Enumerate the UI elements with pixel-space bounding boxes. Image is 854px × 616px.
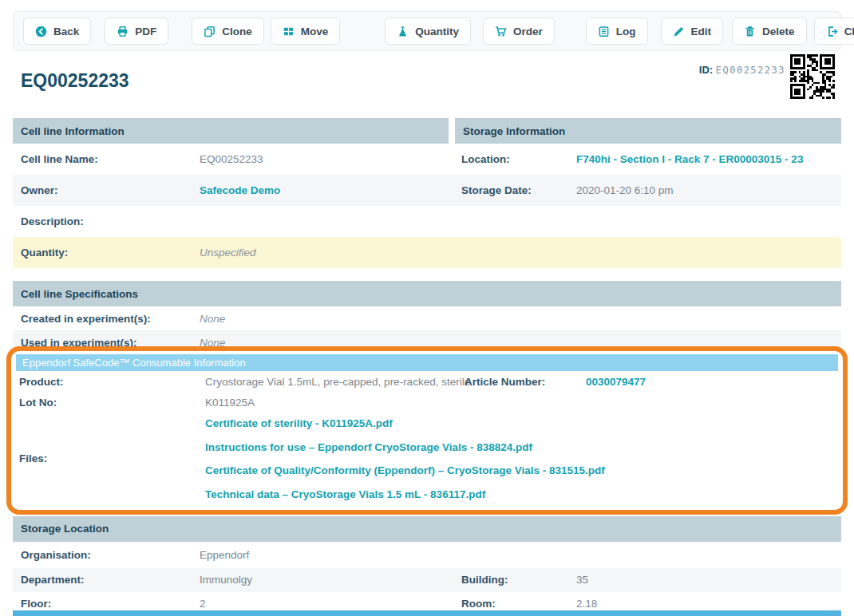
back-button[interactable]: Back bbox=[23, 18, 91, 45]
pdf-label: PDF bbox=[135, 26, 156, 38]
pdf-button[interactable]: PDF bbox=[105, 18, 168, 45]
table-row: Cell line Name: EQ00252233 Location: F74… bbox=[13, 144, 841, 175]
table-row: Created in experiment(s): None bbox=[13, 306, 841, 330]
info-section-headers: Cell line Information Storage Informatio… bbox=[13, 118, 841, 144]
file-link-technical-data[interactable]: Technical data – CryoStorage Vials 1.5 m… bbox=[205, 488, 605, 500]
quantity-row: Quantity: Unspecified bbox=[13, 237, 841, 268]
specifications-header: Cell line Specifications bbox=[13, 281, 841, 306]
id-block: ID: EQ00252233 bbox=[699, 64, 785, 76]
qr-code bbox=[790, 54, 835, 99]
id-label: ID: bbox=[699, 64, 713, 76]
description-label: Description: bbox=[13, 215, 200, 227]
quantity-label: Quantity: bbox=[13, 247, 200, 259]
created-in-experiments-label: Created in experiment(s): bbox=[13, 313, 200, 325]
floor-label: Floor: bbox=[13, 598, 200, 610]
back-circle-icon bbox=[35, 26, 47, 38]
item-detail-page: Back PDF Clone Move Quantity Order Log bbox=[0, 0, 854, 616]
owner-link[interactable]: Safecode Demo bbox=[200, 184, 280, 196]
back-label: Back bbox=[53, 26, 79, 38]
move-label: Move bbox=[301, 26, 329, 38]
order-button[interactable]: Order bbox=[483, 18, 555, 45]
move-table-icon bbox=[283, 26, 295, 38]
files-row: Files: Certificate of sterility - K01192… bbox=[16, 413, 838, 503]
organisation-label: Organisation: bbox=[13, 549, 200, 561]
storage-date-value: 2020-01-20 6:10 pm bbox=[576, 184, 674, 196]
product-row: Product: Cryostorage Vial 1.5mL, pre-cap… bbox=[16, 371, 838, 392]
quantity-button[interactable]: Quantity bbox=[385, 18, 471, 45]
clone-icon bbox=[204, 26, 215, 38]
department-label: Department: bbox=[13, 574, 200, 586]
safecode-highlight-box: Eppendorf SafeCode™ Consumable Informati… bbox=[6, 346, 848, 515]
location-link[interactable]: F740hi - Section I - Rack 7 - ER00003015… bbox=[576, 153, 803, 165]
title-bar: EQ00252233 ID: EQ00252233 bbox=[13, 64, 841, 110]
cart-icon bbox=[495, 26, 507, 38]
file-link-certificate-quality[interactable]: Certificate of Quality/Conformity (Eppen… bbox=[205, 464, 605, 476]
printer-icon bbox=[117, 26, 128, 38]
move-button[interactable]: Move bbox=[271, 18, 341, 45]
lot-no-label: Lot No: bbox=[16, 397, 205, 409]
sign-out-icon bbox=[826, 26, 838, 38]
storage-location-table: Storage Location Organisation: Eppendorf… bbox=[13, 516, 841, 616]
cell-line-info-header: Cell line Information bbox=[13, 118, 449, 144]
log-label: Log bbox=[616, 26, 636, 38]
file-link-list: Certificate of sterility - K011925A.pdf … bbox=[205, 417, 605, 500]
article-number-label: Article Number: bbox=[465, 376, 586, 388]
cell-line-name-label: Cell line Name: bbox=[13, 153, 200, 165]
lot-no-value: K011925A bbox=[205, 397, 255, 409]
log-list-icon bbox=[598, 26, 610, 38]
table-row: Description: bbox=[13, 206, 841, 237]
delete-label: Delete bbox=[762, 26, 795, 38]
check-out-button[interactable]: Check Out bbox=[814, 18, 854, 45]
article-number-value[interactable]: 0030079477 bbox=[586, 376, 646, 388]
created-in-experiments-value: None bbox=[200, 313, 225, 325]
storage-location-header: Storage Location bbox=[13, 516, 841, 542]
department-value: Immunolgy bbox=[200, 574, 252, 586]
clone-button[interactable]: Clone bbox=[192, 18, 264, 45]
product-value: Cryostorage Vial 1.5mL, pre-capped, pre-… bbox=[205, 376, 465, 388]
delete-button[interactable]: Delete bbox=[732, 18, 807, 45]
edit-label: Edit bbox=[691, 26, 712, 38]
next-section-header-partial bbox=[13, 610, 841, 616]
clone-label: Clone bbox=[222, 26, 252, 38]
building-label: Building: bbox=[455, 574, 576, 586]
files-label: Files: bbox=[16, 452, 205, 464]
flask-icon bbox=[397, 26, 409, 38]
table-row: Department: Immunolgy Building: 35 bbox=[13, 568, 841, 592]
building-value: 35 bbox=[576, 574, 588, 586]
quantity-label: Quantity bbox=[415, 26, 459, 38]
id-value: EQ00252233 bbox=[716, 65, 785, 76]
organisation-value: Eppendorf bbox=[200, 549, 249, 561]
file-link-certificate-sterility[interactable]: Certificate of sterility - K011925A.pdf bbox=[205, 417, 605, 429]
page-title: EQ00252233 bbox=[21, 70, 129, 92]
storage-info-header: Storage Information bbox=[455, 118, 841, 144]
log-button[interactable]: Log bbox=[586, 18, 648, 45]
room-value: 2.18 bbox=[576, 598, 597, 610]
location-label: Location: bbox=[455, 153, 576, 165]
detail-tables: Cell line Information Storage Informatio… bbox=[13, 118, 841, 354]
floor-value: 2 bbox=[200, 598, 206, 610]
quantity-value: Unspecified bbox=[200, 247, 256, 259]
lot-row: Lot No: K011925A bbox=[16, 392, 838, 413]
safecode-section-header: Eppendorf SafeCode™ Consumable Informati… bbox=[16, 354, 838, 371]
file-link-instructions[interactable]: Instructions for use – Eppendorf CryoSto… bbox=[205, 441, 605, 453]
edit-button[interactable]: Edit bbox=[661, 18, 724, 45]
table-row: Owner: Safecode Demo Storage Date: 2020-… bbox=[13, 175, 841, 206]
pencil-icon bbox=[673, 26, 685, 38]
room-label: Room: bbox=[455, 598, 576, 610]
check-out-label: Check Out bbox=[844, 26, 854, 38]
order-label: Order bbox=[513, 26, 543, 38]
table-row: Organisation: Eppendorf bbox=[13, 542, 841, 568]
storage-date-label: Storage Date: bbox=[455, 184, 576, 196]
cell-line-name-value: EQ00252233 bbox=[200, 153, 263, 165]
owner-label: Owner: bbox=[13, 184, 200, 196]
trash-icon bbox=[744, 26, 756, 38]
product-label: Product: bbox=[16, 376, 205, 388]
toolbar: Back PDF Clone Move Quantity Order Log bbox=[13, 11, 841, 51]
